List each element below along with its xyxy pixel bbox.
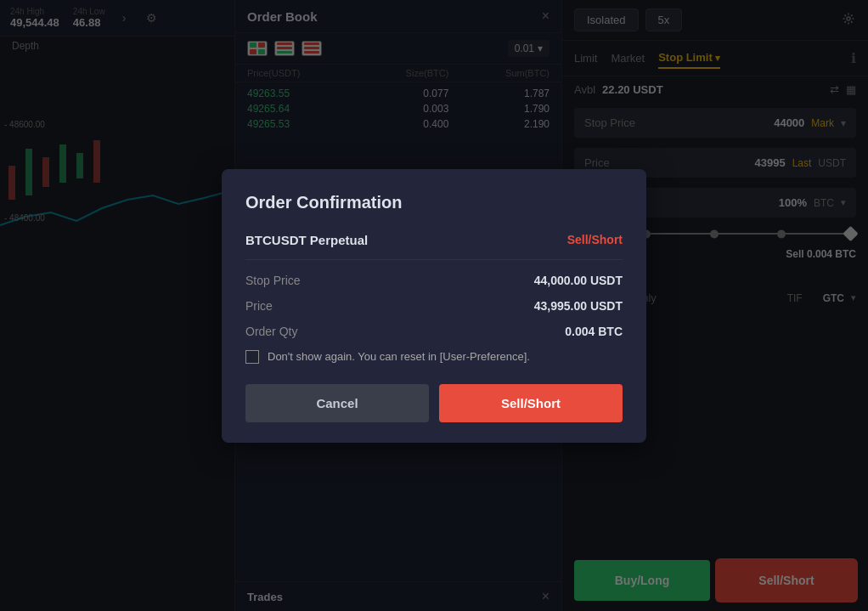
modal-cancel-button[interactable]: Cancel (245, 384, 429, 422)
dont-show-text: Don't show again. You can reset in [User… (268, 350, 530, 363)
order-confirmation-modal: Order Confirmation BTCUSDT Perpetual Sel… (222, 169, 646, 443)
modal-qty-label: Order Qty (245, 325, 297, 338)
modal-price-label: Price (245, 299, 273, 313)
modal-stop-price-value: 44,000.00 USDT (534, 274, 623, 287)
modal-contract-row: BTCUSDT Perpetual Sell/Short (245, 233, 623, 247)
dont-show-checkbox[interactable] (245, 350, 259, 364)
modal-divider (245, 259, 623, 260)
modal-stop-price-label: Stop Price (245, 274, 301, 287)
modal-qty-row: Order Qty 0.004 BTC (245, 325, 623, 338)
modal-contract-label: BTCUSDT Perpetual (245, 233, 368, 247)
modal-title: Order Confirmation (245, 193, 623, 212)
modal-price-row: Price 43,995.00 USDT (245, 299, 623, 313)
modal-stop-price-row: Stop Price 44,000.00 USDT (245, 274, 623, 287)
modal-sell-button[interactable]: Sell/Short (439, 384, 623, 422)
modal-qty-value: 0.004 BTC (565, 325, 623, 338)
modal-overlay: Order Confirmation BTCUSDT Perpetual Sel… (0, 0, 868, 611)
modal-price-value: 43,995.00 USDT (534, 299, 623, 313)
modal-dont-show-row: Don't show again. You can reset in [User… (245, 350, 623, 364)
modal-contract-side: Sell/Short (567, 233, 623, 246)
